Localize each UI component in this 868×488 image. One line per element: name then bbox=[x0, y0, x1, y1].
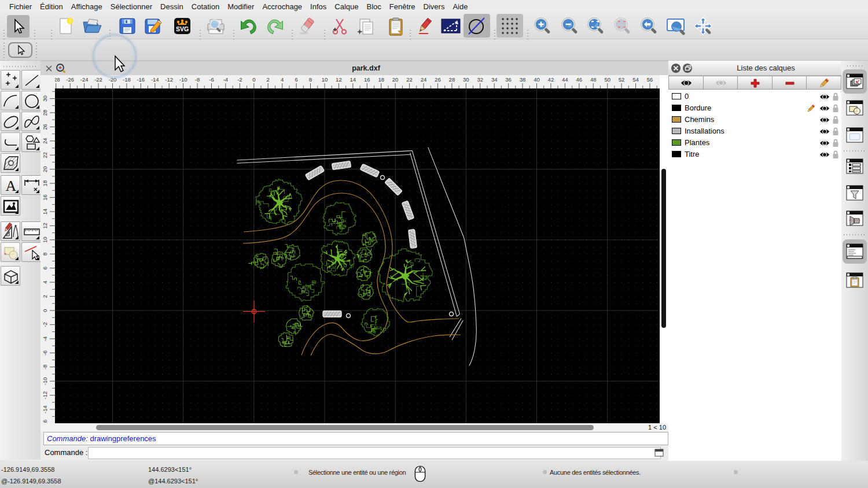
svg-text:50: 50 bbox=[604, 76, 610, 83]
svg-text:-18: -18 bbox=[123, 76, 131, 83]
svg-text:-26: -26 bbox=[66, 76, 74, 83]
svg-text:-2: -2 bbox=[237, 76, 242, 83]
svg-text:-16: -16 bbox=[137, 76, 145, 83]
svg-text:-8: -8 bbox=[42, 364, 48, 369]
svg-text:8: 8 bbox=[309, 76, 312, 83]
svg-text:40: 40 bbox=[534, 76, 540, 83]
svg-text:20: 20 bbox=[42, 166, 48, 172]
svg-text:22: 22 bbox=[406, 76, 413, 83]
svg-text:30: 30 bbox=[463, 76, 469, 83]
svg-text:48: 48 bbox=[590, 76, 597, 83]
svg-text:-8: -8 bbox=[195, 76, 200, 83]
svg-text:-14: -14 bbox=[42, 405, 48, 413]
svg-text:28: 28 bbox=[42, 110, 48, 116]
svg-text:22: 22 bbox=[42, 152, 48, 158]
svg-text:56: 56 bbox=[647, 76, 653, 83]
svg-text:2: 2 bbox=[42, 295, 48, 298]
svg-text:10: 10 bbox=[42, 237, 48, 243]
svg-text:46: 46 bbox=[576, 76, 583, 83]
svg-text:14: 14 bbox=[350, 76, 356, 83]
svg-text:2: 2 bbox=[267, 76, 270, 83]
svg-text:30: 30 bbox=[42, 95, 48, 102]
svg-text:8: 8 bbox=[42, 253, 48, 256]
svg-text:38: 38 bbox=[520, 76, 526, 83]
svg-text:34: 34 bbox=[491, 76, 498, 83]
svg-text:28: 28 bbox=[449, 76, 455, 83]
svg-text:54: 54 bbox=[632, 76, 639, 83]
svg-text:16: 16 bbox=[364, 76, 370, 83]
svg-text:-12: -12 bbox=[165, 76, 173, 83]
svg-text:-24: -24 bbox=[80, 76, 89, 83]
svg-text:0: 0 bbox=[252, 76, 255, 83]
svg-text:-10: -10 bbox=[42, 377, 48, 385]
svg-text:18: 18 bbox=[378, 76, 384, 83]
svg-text:52: 52 bbox=[619, 76, 625, 83]
svg-text:A: A bbox=[6, 178, 17, 194]
svg-text:4: 4 bbox=[42, 280, 48, 283]
svg-text:26: 26 bbox=[435, 76, 441, 83]
svg-text:SVG: SVG bbox=[176, 25, 189, 32]
svg-text:0: 0 bbox=[42, 309, 48, 312]
svg-text:-12: -12 bbox=[42, 391, 48, 400]
svg-text:44: 44 bbox=[562, 76, 568, 83]
svg-text:42: 42 bbox=[548, 76, 554, 83]
svg-text:-14: -14 bbox=[151, 76, 159, 83]
svg-text:10: 10 bbox=[322, 76, 328, 83]
svg-text:14: 14 bbox=[42, 209, 48, 215]
svg-text:-10: -10 bbox=[179, 76, 187, 83]
svg-text:-6: -6 bbox=[209, 76, 214, 83]
svg-text:24: 24 bbox=[42, 138, 48, 145]
svg-text:12: 12 bbox=[336, 76, 342, 83]
svg-text:-6: -6 bbox=[42, 350, 48, 355]
svg-text:20: 20 bbox=[392, 76, 399, 83]
svg-text:12: 12 bbox=[42, 223, 48, 229]
svg-text:-2: -2 bbox=[42, 322, 48, 327]
svg-text:36: 36 bbox=[505, 76, 512, 83]
svg-text:-22: -22 bbox=[94, 76, 102, 83]
svg-text:-4: -4 bbox=[223, 76, 228, 83]
svg-text:32: 32 bbox=[477, 76, 483, 83]
svg-text:-4: -4 bbox=[42, 337, 48, 341]
svg-text:26: 26 bbox=[42, 124, 48, 130]
svg-text:-28: -28 bbox=[55, 76, 60, 83]
svg-text:16: 16 bbox=[42, 194, 48, 201]
svg-text:24: 24 bbox=[421, 76, 427, 83]
svg-text:4: 4 bbox=[281, 76, 284, 83]
svg-text:6: 6 bbox=[42, 267, 48, 269]
svg-text:6: 6 bbox=[295, 76, 297, 83]
svg-text:18: 18 bbox=[42, 180, 48, 187]
